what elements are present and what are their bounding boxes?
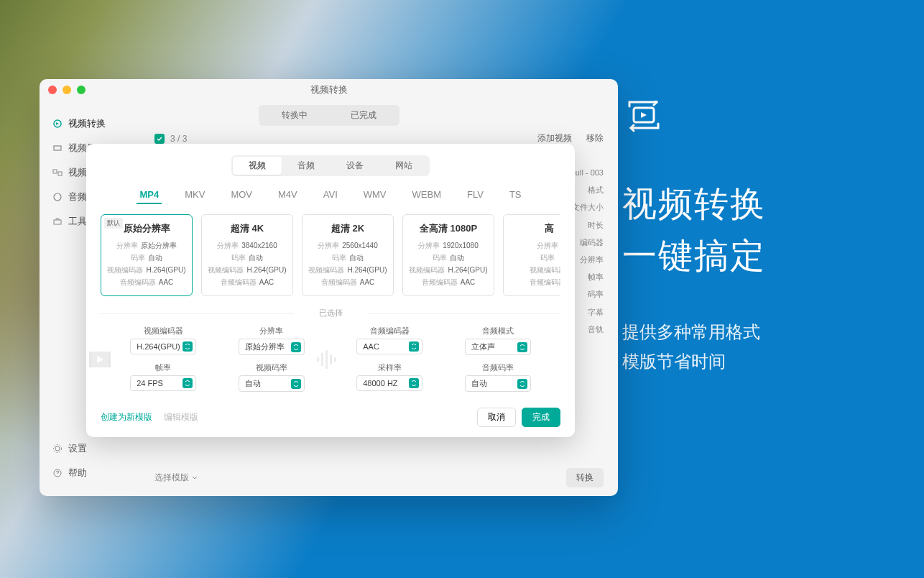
sidebar-item-video-convert[interactable]: 视频转换 [40, 111, 140, 136]
preset-title: 超清 4K [208, 222, 287, 235]
category-tab-device[interactable]: 设备 [331, 157, 379, 175]
sidebar-settings[interactable]: 设置 [40, 436, 140, 461]
fps-select[interactable]: 24 FPS [130, 375, 196, 391]
template-select[interactable]: 选择模版 [154, 472, 198, 484]
svg-point-7 [55, 446, 60, 451]
fps-label: 帧率 [155, 362, 171, 373]
abitrate-label: 音频码率 [482, 362, 514, 373]
vbitrate-label: 视频码率 [256, 362, 287, 373]
convert-icon [622, 101, 665, 135]
amode-label: 音频模式 [482, 326, 514, 336]
preset-card[interactable]: 超清 4K分辨率3840x2160码率自动视频编码器H.264(GPU)音频编码… [201, 214, 293, 296]
svg-rect-11 [89, 352, 91, 367]
convert-button[interactable]: 转换 [566, 468, 604, 487]
category-tab-video[interactable]: 视频 [233, 157, 282, 175]
format-tab-m4v[interactable]: M4V [275, 186, 300, 204]
svg-rect-4 [58, 172, 62, 175]
format-tab-avi[interactable]: AVI [320, 186, 341, 204]
amode-select[interactable]: 立体声 [465, 339, 531, 355]
selected-divider: 已选择 [101, 308, 560, 318]
cancel-button[interactable]: 取消 [477, 408, 516, 427]
compress-icon [52, 143, 63, 153]
window-maximize-button[interactable] [77, 86, 86, 94]
preset-card[interactable]: 超清 2K分辨率2560x1440码率自动视频编码器H.264(GPU)音频编码… [302, 214, 394, 296]
film-icon [88, 347, 112, 372]
select-all-checkbox[interactable] [154, 134, 165, 144]
svg-rect-15 [325, 350, 328, 369]
category-tab-audio[interactable]: 音频 [282, 157, 331, 175]
window-minimize-button[interactable] [63, 86, 71, 94]
sample-label: 采样率 [378, 362, 402, 373]
preset-default-tag: 默认 [104, 218, 123, 229]
done-button[interactable]: 完成 [522, 408, 560, 427]
format-tab-webm[interactable]: WEBM [410, 186, 444, 204]
toolbox-icon [52, 216, 63, 226]
add-video-button[interactable]: 添加视频 [537, 132, 572, 144]
svg-rect-17 [334, 357, 336, 362]
format-settings-modal: 视频 音频 设备 网站 MP4 MKV MOV M4V AVI WMV WEBM… [86, 144, 575, 437]
sidebar-item-label: 设置 [68, 442, 87, 455]
format-tab-mov[interactable]: MOV [228, 186, 255, 204]
window-close-button[interactable] [48, 86, 57, 94]
category-tab-web[interactable]: 网站 [379, 157, 428, 175]
vbitrate-select[interactable]: 自动 [239, 375, 305, 392]
marketing-title: 视频转换 一键搞定 [622, 178, 881, 282]
svg-rect-12 [108, 352, 111, 367]
res-label: 分辨率 [259, 326, 283, 336]
resolution-select[interactable]: 原始分辨率 [239, 339, 305, 355]
edit-template-link[interactable]: 编辑模版 [164, 411, 198, 423]
svg-rect-3 [53, 170, 57, 173]
acodec-label: 音频编码器 [370, 326, 410, 336]
remove-button[interactable]: 移除 [586, 132, 604, 144]
sidebar-help[interactable]: 帮助 [40, 461, 140, 485]
preset-card[interactable]: 默认原始分辨率分辨率原始分辨率码率自动视频编码器H.264(GPU)音频编码器A… [101, 214, 193, 296]
marketing-subtitle: 提供多种常用格式 模版节省时间 [622, 318, 881, 377]
svg-point-5 [54, 193, 61, 201]
vcodec-select[interactable]: H.264(GPU) [130, 339, 196, 354]
preset-title: 高 [509, 222, 560, 235]
create-template-link[interactable]: 创建为新模版 [101, 411, 152, 423]
gear-icon [52, 444, 63, 454]
help-icon [52, 468, 63, 478]
format-tab-mp4[interactable]: MP4 [137, 186, 162, 204]
selection-count: 3 / 3 [170, 134, 187, 144]
format-tab-mkv[interactable]: MKV [182, 186, 208, 204]
waveform-icon [314, 347, 338, 372]
abitrate-select[interactable]: 自动 [465, 375, 531, 392]
format-tab-ts[interactable]: TS [507, 186, 525, 204]
preset-title: 超清 2K [308, 222, 387, 235]
sidebar-item-label: 视频转换 [68, 117, 106, 130]
svg-rect-16 [330, 354, 332, 364]
svg-rect-13 [317, 357, 319, 362]
svg-rect-6 [54, 220, 61, 224]
preset-card[interactable]: 高分辨率码率视频编码器音频编码器 [503, 214, 560, 296]
merge-icon [52, 168, 63, 178]
preset-title: 全高清 1080P [409, 222, 488, 235]
svg-rect-14 [321, 353, 323, 366]
audio-icon [52, 192, 63, 202]
sidebar-item-label: 帮助 [68, 467, 87, 480]
sample-select[interactable]: 48000 HZ [356, 375, 422, 391]
vcodec-label: 视频编码器 [144, 326, 183, 336]
format-tab-wmv[interactable]: WMV [361, 186, 389, 204]
acodec-select[interactable]: AAC [356, 339, 422, 354]
preset-card[interactable]: 全高清 1080P分辨率1920x1080码率自动视频编码器H.264(GPU)… [402, 214, 494, 296]
window-title: 视频转换 [310, 83, 348, 96]
format-tab-flv[interactable]: FLV [464, 186, 486, 204]
svg-rect-2 [54, 146, 61, 150]
convert-small-icon [52, 119, 63, 129]
svg-point-8 [54, 445, 62, 453]
